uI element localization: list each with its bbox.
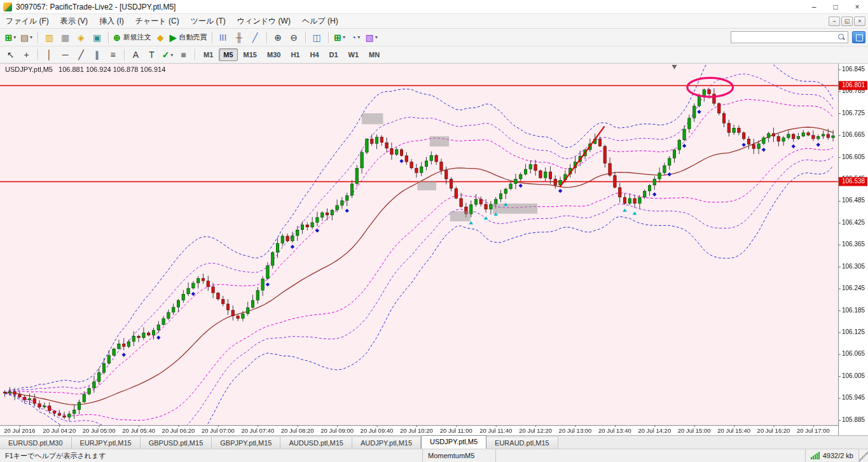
shapes-tool-icon: ■ <box>181 50 186 59</box>
menu-file[interactable]: ファイル (F) <box>0 15 55 28</box>
mdi-restore-button[interactable]: ◱ <box>841 17 853 26</box>
timeframe-h1-button[interactable]: H1 <box>286 48 304 61</box>
line-chart-icon: ╱ <box>252 33 258 42</box>
menu-view[interactable]: 表示 (V) <box>55 15 93 28</box>
cursor-tool-button[interactable]: ↖ <box>3 48 18 62</box>
app-logo-icon <box>3 3 12 11</box>
text-tool-button[interactable]: A <box>128 48 143 62</box>
main-toolbar: ⊞ ▾ ▤ ▾ ▥ ▦ ◈ ▣ ⊕ 新規注文 ◆ ▶ 自動売買 ||| ╫ ╱ … <box>0 29 868 46</box>
close-button[interactable]: × <box>846 0 868 13</box>
fibonacci-tool-button[interactable]: ≡ <box>106 48 120 62</box>
channel-tool-button[interactable]: ∥ <box>90 48 104 62</box>
trendline-tool-button[interactable]: ╱ <box>74 48 88 62</box>
separator <box>108 32 109 43</box>
chevron-down-icon: ▾ <box>13 34 16 40</box>
metaeditor-button[interactable]: ◆ <box>153 31 168 45</box>
chart-tab-gbpusd[interactable]: GBPUSD.ptl,M15 <box>141 437 212 449</box>
market-watch-button[interactable]: ▥ <box>42 31 57 45</box>
menu-tools[interactable]: ツール (T) <box>185 15 231 28</box>
label-tool-icon: T <box>149 50 155 59</box>
chart-tab-usdjpy[interactable]: USDJPY.ptl,M5 <box>421 435 486 449</box>
data-window-button[interactable]: ▦ <box>58 31 72 45</box>
crosshair-tool-button[interactable]: + <box>19 48 34 62</box>
chart-tab-gbpjpy[interactable]: GBPJPY.ptl,M15 <box>212 437 280 449</box>
bar-chart-button[interactable]: ||| <box>216 31 231 45</box>
separator <box>195 49 195 60</box>
label-tool-button[interactable]: T <box>144 48 159 62</box>
menu-chart[interactable]: チャート (C) <box>130 15 185 28</box>
search-input[interactable] <box>733 32 837 42</box>
chart-tab-euraud[interactable]: EURAUD.ptl,M15 <box>486 437 558 449</box>
navigator-button[interactable]: ◈ <box>74 31 88 45</box>
terminal-button[interactable]: ▣ <box>90 31 104 45</box>
price-chart[interactable] <box>0 64 868 435</box>
indicators-button[interactable]: ⊞ ▾ <box>333 31 347 45</box>
vertical-line-icon: │ <box>46 50 52 59</box>
chart-tab-eurjpy[interactable]: EURJPY.ptl,M15 <box>72 437 141 449</box>
vertical-line-tool-button[interactable]: │ <box>42 48 57 62</box>
timeframe-m30-button[interactable]: M30 <box>263 48 285 61</box>
separator <box>305 32 306 43</box>
search-box <box>731 31 848 43</box>
maximize-button[interactable]: □ <box>825 0 846 13</box>
templates-button[interactable]: ▧ ▾ <box>364 31 379 45</box>
menu-bar: ファイル (F) 表示 (V) 挿入 (I) チャート (C) ツール (T) … <box>0 14 868 29</box>
channel-icon: ∥ <box>95 50 99 59</box>
timeframe-w1-button[interactable]: W1 <box>344 48 364 61</box>
status-help-text: F1キーでヘルプが表示されます <box>0 449 423 462</box>
trendline-icon: ╱ <box>78 50 83 59</box>
chevron-down-icon: ▾ <box>30 34 32 40</box>
separator <box>38 32 38 43</box>
timeframe-m1-button[interactable]: M1 <box>199 48 217 61</box>
horizontal-line-tool-button[interactable]: ─ <box>58 48 72 62</box>
new-order-button[interactable]: ⊕ 新規注文 <box>113 31 152 45</box>
search-icon[interactable] <box>837 33 846 41</box>
mdi-close-button[interactable]: × <box>854 17 865 26</box>
timeframe-m15-button[interactable]: M15 <box>239 48 261 61</box>
auto-trading-button[interactable]: ▶ 自動売買 <box>169 31 208 45</box>
chevron-down-icon: ▾ <box>357 34 360 40</box>
zoom-out-button[interactable]: ⊖ <box>287 31 301 45</box>
timeframe-mn-button[interactable]: MN <box>364 48 384 61</box>
bar-chart-icon: ||| <box>219 34 226 41</box>
separator <box>38 49 38 60</box>
chart-ohlc-values: 106.881 106.924 106.878 106.914 <box>59 66 165 73</box>
new-chart-button[interactable]: ⊞ ▾ <box>3 31 18 45</box>
timeframe-m5-button[interactable]: M5 <box>219 48 237 61</box>
status-connection: 4932/2 kb <box>805 449 859 462</box>
mdi-minimize-button[interactable]: – <box>829 17 840 26</box>
candlestick-chart-button[interactable]: ╫ <box>232 31 247 45</box>
arrows-tool-button[interactable]: ✓ ▾ <box>160 48 175 62</box>
line-chart-button[interactable]: ╱ <box>248 31 263 45</box>
chevron-down-icon: ▾ <box>375 34 378 40</box>
minimize-button[interactable]: – <box>803 0 825 13</box>
title-bar: 3097057: PacificTrade-Live2 - [USDJPY.pt… <box>0 0 868 14</box>
status-spacer <box>496 449 805 462</box>
status-bar: F1キーでヘルプが表示されます MomemtumM5 4932/2 kb <box>0 449 868 462</box>
resize-grip[interactable] <box>859 449 868 462</box>
menu-insert[interactable]: 挿入 (I) <box>93 15 130 28</box>
timeframe-d1-button[interactable]: D1 <box>325 48 343 61</box>
chart-tab-audusd[interactable]: AUDUSD.ptl,M15 <box>280 437 352 449</box>
chart-tab-eurusd[interactable]: EURUSD.ptl,M30 <box>0 437 72 449</box>
text-tool-icon: A <box>133 50 139 59</box>
metaeditor-icon: ◆ <box>157 33 164 42</box>
mql5-community-button[interactable] <box>852 31 865 43</box>
mdi-window-controls: – ◱ × <box>829 17 868 26</box>
timeframe-h4-button[interactable]: H4 <box>305 48 323 61</box>
chart-tab-audjpy[interactable]: AUDJPY.ptl,M15 <box>352 437 421 449</box>
zoom-in-button[interactable]: ⊕ <box>271 31 286 45</box>
separator <box>212 32 212 43</box>
market-watch-icon: ▥ <box>45 33 53 42</box>
periods-button[interactable]: ◔ ▾ <box>348 31 363 45</box>
profiles-button[interactable]: ▤ ▾ <box>19 31 34 45</box>
menu-window[interactable]: ウィンドウ (W) <box>231 15 296 28</box>
tile-windows-button[interactable]: ◫ <box>310 31 324 45</box>
shapes-tool-button[interactable]: ■ <box>176 48 191 62</box>
arrows-tool-icon: ✓ <box>162 50 170 59</box>
candlestick-chart-icon: ╫ <box>236 33 242 42</box>
connection-bars-icon <box>811 452 820 459</box>
menu-help[interactable]: ヘルプ (H) <box>296 15 344 28</box>
indicators-icon: ⊞ <box>334 33 341 42</box>
auto-trading-label: 自動売買 <box>179 32 207 42</box>
